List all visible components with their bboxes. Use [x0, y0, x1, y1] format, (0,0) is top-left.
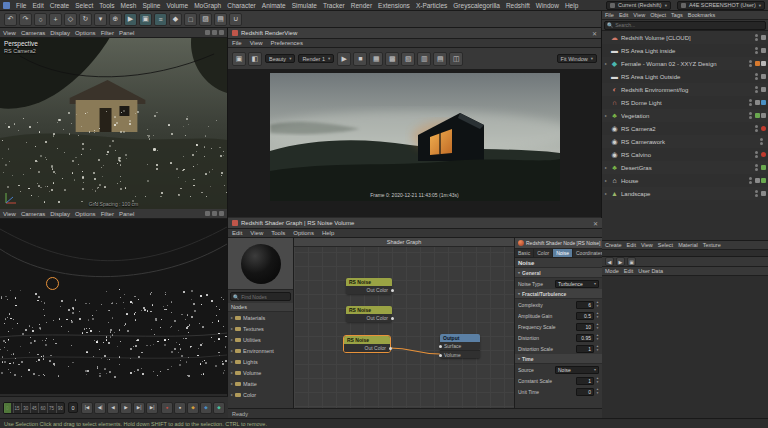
object-row-redshift-volume-cloud[interactable]: ☁Redshift Volume [CLOUD]	[602, 31, 768, 44]
last-used-tool-icon[interactable]: ▾	[94, 13, 107, 26]
workspace-dropdown[interactable]: Current (Redshift) ▾	[606, 1, 671, 10]
object-tags[interactable]	[761, 126, 766, 131]
scale-tool-icon[interactable]: ◇	[64, 13, 77, 26]
inspector-group-fractal-turbulence[interactable]: ▾Fractal/Turbulence	[515, 289, 602, 299]
object-row-desertgras[interactable]: ▸♣DesertGras	[602, 161, 768, 174]
object-tags[interactable]	[755, 113, 766, 118]
volume-port-icon[interactable]	[439, 354, 442, 357]
layout-dropdown[interactable]: A4E SCREENSHOT (User) ▾	[677, 1, 765, 10]
param-stepper[interactable]: ▲▼	[596, 388, 599, 395]
vp2-menu-cameras[interactable]: Cameras	[21, 211, 45, 217]
visibility-dots[interactable]	[749, 99, 752, 106]
surface-port-icon[interactable]	[439, 345, 442, 348]
region-render-icon[interactable]: ▦	[369, 52, 383, 66]
material-manager-menu-select[interactable]: Select	[658, 242, 673, 248]
object-row-rs-camerawork[interactable]: ◉RS Camerawork	[602, 135, 768, 148]
vp2-menu-options[interactable]: Options	[75, 211, 96, 217]
node-category-materials[interactable]: ▸Materials	[228, 312, 293, 323]
vp1-menu-view[interactable]: View	[3, 30, 16, 36]
node-category-volume[interactable]: ▸Volume	[228, 367, 293, 378]
menu-tools[interactable]: Tools	[99, 2, 114, 9]
renderview-titlebar[interactable]: Redshift RenderView ✕	[228, 28, 601, 39]
shadergraph-menu-view[interactable]: View	[250, 230, 263, 236]
menu-character[interactable]: Character	[227, 2, 256, 9]
material-manager-menu-edit[interactable]: Edit	[627, 242, 636, 248]
object-manager-menu-bookmarks[interactable]: Bookmarks	[688, 12, 716, 18]
shader-graph-titlebar[interactable]: Redshift Shader Graph | RS Noise Volume …	[228, 218, 602, 229]
menu-render[interactable]: Render	[351, 2, 372, 9]
object-row-vegetation[interactable]: ▸♣Vegetation	[602, 109, 768, 122]
param-value-field[interactable]: 0	[576, 388, 594, 396]
node-category-matte[interactable]: ▸Matte	[228, 378, 293, 389]
out-port-icon[interactable]	[389, 347, 392, 350]
shadergraph-menu-tools[interactable]: Tools	[271, 230, 285, 236]
inspector-tab-basic[interactable]: Basic	[515, 249, 534, 257]
start-render-icon[interactable]: ▶	[337, 52, 351, 66]
renderview-menu-preferences[interactable]: Preferences	[271, 40, 303, 46]
object-manager-menu-edit[interactable]: Edit	[619, 12, 628, 18]
close-icon[interactable]: ✕	[592, 30, 597, 37]
object-row-rs-area-light-outside[interactable]: ▬RS Area Light Outside	[602, 70, 768, 83]
record-position-button[interactable]: ◆	[187, 402, 199, 414]
goto-start-button[interactable]: |◀	[81, 402, 93, 414]
vp1-menu-cameras[interactable]: Cameras	[21, 30, 45, 36]
inspector-tab-noise[interactable]: Noise	[553, 249, 573, 257]
object-tags[interactable]	[761, 48, 766, 53]
renderview-menu-file[interactable]: File	[232, 40, 242, 46]
visibility-dots[interactable]	[755, 164, 758, 171]
shadergraph-menu-edit[interactable]: Edit	[232, 230, 242, 236]
visibility-dots[interactable]	[755, 86, 758, 93]
object-row-house[interactable]: ▸⌂House	[602, 174, 768, 187]
object-tags[interactable]	[761, 87, 766, 92]
vp1-menu-panel[interactable]: Panel	[119, 30, 134, 36]
object-tags[interactable]	[761, 74, 766, 79]
param-stepper[interactable]: ▲▼	[596, 323, 599, 330]
vp2-menu-display[interactable]: Display	[50, 211, 70, 217]
previous-frame-button[interactable]: ◀	[107, 402, 119, 414]
zoom-dropdown[interactable]: Fit Window ▾	[557, 54, 597, 63]
next-frame-button[interactable]: ▶|	[133, 402, 145, 414]
shader-node-rs-noise-3[interactable]: RS Noise Out Color	[344, 336, 390, 352]
object-tags[interactable]	[755, 178, 766, 183]
menu-tracker[interactable]: Tracker	[323, 2, 345, 9]
progressive-render-icon[interactable]: ▩	[385, 52, 399, 66]
menu-edit[interactable]: Edit	[32, 2, 43, 9]
material-manager-menu-material[interactable]: Material	[678, 242, 698, 248]
attribute-manager-menu-edit[interactable]: Edit	[624, 268, 633, 274]
play-button[interactable]: ▶	[120, 402, 132, 414]
record-keyframe-button[interactable]: ●	[161, 402, 173, 414]
shader-node-rs-noise-1[interactable]: RS Noise Out Color	[346, 278, 392, 294]
object-search[interactable]: 🔍	[604, 21, 766, 30]
render-view-button[interactable]: ▶	[124, 13, 137, 26]
object-row-rs-calvino[interactable]: ◉RS Calvino	[602, 148, 768, 161]
visibility-dots[interactable]	[749, 60, 752, 67]
inspector-tab-color[interactable]: Color	[534, 249, 553, 257]
object-row-female-woman-02-xxyz-design[interactable]: ▸◆Female - Woman 02 - XXYZ Design	[602, 57, 768, 70]
shader-graph-canvas[interactable]: Shader Graph RS Noise Out Color RS Noise…	[294, 238, 514, 408]
menu-greyscalegorilla[interactable]: Greyscalegorilla	[453, 2, 500, 9]
undo-icon[interactable]: ↶	[4, 13, 17, 26]
previous-key-button[interactable]: ◀|	[94, 402, 106, 414]
param-stepper[interactable]: ▲▼	[596, 345, 599, 352]
object-tags[interactable]	[755, 100, 766, 105]
render-session-dropdown[interactable]: Render 1 ▾	[298, 54, 334, 63]
menu-simulate[interactable]: Simulate	[292, 2, 317, 9]
app-logo-icon[interactable]	[3, 2, 10, 9]
viewport-wireframe-canvas[interactable]	[0, 219, 227, 394]
menu-mograph[interactable]: MoGraph	[194, 2, 221, 9]
vp2-menu-filter[interactable]: Filter	[101, 211, 114, 217]
ab-compare-icon[interactable]: ◧	[248, 52, 262, 66]
menu-redshift[interactable]: Redshift	[506, 2, 530, 9]
attribute-manager-menu-mode[interactable]: Mode	[605, 268, 619, 274]
object-tags[interactable]	[761, 35, 766, 40]
node-category-environment[interactable]: ▸Environment	[228, 345, 293, 356]
object-search-input[interactable]	[615, 22, 763, 28]
workplane-mode-icon[interactable]: ▤	[214, 13, 227, 26]
inspector-group-time[interactable]: ▾Time	[515, 354, 602, 364]
node-category-utilities[interactable]: ▸Utilities	[228, 334, 293, 345]
visibility-dots[interactable]	[749, 177, 752, 184]
param-stepper[interactable]: ▲▼	[596, 334, 599, 341]
object-tags[interactable]	[761, 152, 766, 157]
shadergraph-menu-options[interactable]: Options	[293, 230, 314, 236]
param-dropdown[interactable]: Noise▾	[555, 366, 599, 374]
